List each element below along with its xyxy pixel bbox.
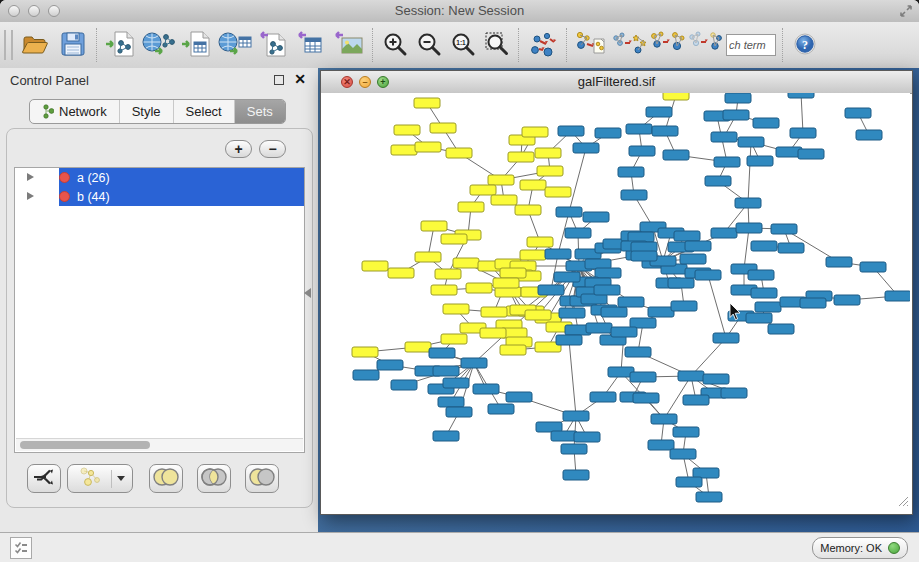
graph-node[interactable] xyxy=(394,125,420,135)
scrollbar-thumb[interactable] xyxy=(20,441,150,449)
graph-node[interactable] xyxy=(590,392,616,402)
graph-node[interactable] xyxy=(352,347,378,357)
graph-node[interactable] xyxy=(458,202,484,212)
import-network-file-button[interactable] xyxy=(102,25,140,65)
graph-node[interactable] xyxy=(594,285,620,295)
graph-node[interactable] xyxy=(646,107,672,117)
create-set-network-button[interactable] xyxy=(67,464,133,493)
graph-node[interactable] xyxy=(625,347,651,357)
deselect-nodes-button[interactable] xyxy=(686,25,724,65)
import-table-url-button[interactable] xyxy=(216,25,254,65)
graph-node[interactable] xyxy=(473,384,499,394)
graph-node[interactable] xyxy=(713,333,739,343)
graph-node[interactable] xyxy=(391,380,417,390)
union-sets-button[interactable] xyxy=(149,464,183,493)
graph-node[interactable] xyxy=(738,137,764,147)
graph-node[interactable] xyxy=(678,371,704,381)
graph-node[interactable] xyxy=(415,252,441,262)
graph-node[interactable] xyxy=(556,207,582,217)
tab-select[interactable]: Select xyxy=(174,100,235,123)
graph-node[interactable] xyxy=(648,440,674,450)
graph-node[interactable] xyxy=(788,93,814,98)
graph-node[interactable] xyxy=(545,187,571,197)
graph-node[interactable] xyxy=(755,302,781,312)
import-table-file-button[interactable] xyxy=(178,25,216,65)
remove-set-button[interactable]: − xyxy=(259,140,286,158)
graph-node[interactable] xyxy=(683,395,709,405)
graph-node[interactable] xyxy=(559,308,585,318)
graph-node[interactable] xyxy=(595,128,621,138)
graph-node[interactable] xyxy=(583,212,609,222)
fullscreen-icon[interactable] xyxy=(899,4,913,18)
graph-node[interactable] xyxy=(618,167,644,177)
graph-node[interactable] xyxy=(800,298,826,308)
difference-sets-button[interactable] xyxy=(245,464,279,493)
graph-node[interactable] xyxy=(470,185,496,195)
network-window-titlebar[interactable]: ✕ – + galFiltered.sif xyxy=(321,71,912,94)
graph-node[interactable] xyxy=(421,221,447,231)
export-table-button[interactable] xyxy=(292,25,330,65)
graph-node[interactable] xyxy=(723,110,749,120)
graph-node[interactable] xyxy=(563,470,589,480)
graph-node[interactable] xyxy=(834,295,860,305)
graph-node[interactable] xyxy=(860,262,886,272)
graph-node[interactable] xyxy=(500,268,526,278)
graph-node[interactable] xyxy=(573,143,599,153)
graph-node[interactable] xyxy=(705,176,731,186)
graph-node[interactable] xyxy=(856,130,882,140)
graph-node[interactable] xyxy=(506,392,532,402)
graph-node[interactable] xyxy=(535,148,561,158)
network-view-window[interactable]: ✕ – + galFiltered.sif xyxy=(320,70,913,515)
network-nodes[interactable] xyxy=(352,93,910,502)
intersect-sets-button[interactable] xyxy=(197,464,231,493)
graph-node[interactable] xyxy=(520,180,546,190)
toolbar-drag-handle[interactable] xyxy=(4,30,13,60)
graph-node[interactable] xyxy=(522,127,548,137)
network-canvas[interactable] xyxy=(321,93,910,512)
graph-node[interactable] xyxy=(480,328,506,338)
memory-status-badge[interactable]: Memory: OK xyxy=(812,537,908,559)
graph-node[interactable] xyxy=(488,175,514,185)
graph-node[interactable] xyxy=(438,397,464,407)
graph-node[interactable] xyxy=(515,205,541,215)
set-row-a[interactable]: a (26) xyxy=(15,168,304,187)
graph-node[interactable] xyxy=(721,388,747,398)
graph-node[interactable] xyxy=(714,157,740,167)
graph-node[interactable] xyxy=(520,250,546,260)
graph-node[interactable] xyxy=(751,288,777,298)
graph-node[interactable] xyxy=(747,156,773,166)
graph-node[interactable] xyxy=(753,118,779,128)
expand-triangle-icon[interactable] xyxy=(27,192,34,200)
graph-node[interactable] xyxy=(631,251,657,261)
graph-node[interactable] xyxy=(685,241,711,251)
graph-node[interactable] xyxy=(633,393,659,403)
graph-node[interactable] xyxy=(845,108,871,118)
graph-node[interactable] xyxy=(611,327,637,337)
select-first-neighbors-button[interactable] xyxy=(610,25,648,65)
graph-node[interactable] xyxy=(626,124,652,134)
graph-node[interactable] xyxy=(703,374,729,384)
graph-node[interactable] xyxy=(673,427,699,437)
graph-node[interactable] xyxy=(676,477,702,487)
graph-node[interactable] xyxy=(790,128,816,138)
graph-node[interactable] xyxy=(630,372,656,382)
graph-node[interactable] xyxy=(736,223,762,233)
graph-node[interactable] xyxy=(405,342,431,352)
graph-node[interactable] xyxy=(574,432,600,442)
graph-node[interactable] xyxy=(696,492,722,502)
new-network-from-selection-button[interactable] xyxy=(572,25,610,65)
network-graph[interactable] xyxy=(321,93,910,512)
export-image-button[interactable] xyxy=(330,25,368,65)
close-panel-icon[interactable]: ✕ xyxy=(294,71,306,87)
graph-node[interactable] xyxy=(651,414,677,424)
graph-node[interactable] xyxy=(746,313,772,323)
graph-node[interactable] xyxy=(441,234,467,244)
graph-node[interactable] xyxy=(461,358,487,368)
graph-node[interactable] xyxy=(551,431,577,441)
save-session-button[interactable] xyxy=(54,25,92,65)
graph-node[interactable] xyxy=(377,360,403,370)
graph-node[interactable] xyxy=(826,257,852,267)
tab-style[interactable]: Style xyxy=(120,100,174,123)
graph-node[interactable] xyxy=(545,249,571,259)
graph-node[interactable] xyxy=(771,224,797,234)
